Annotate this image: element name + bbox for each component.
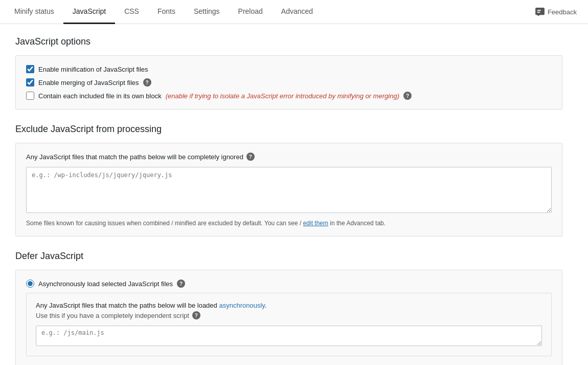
svg-rect-0 [537, 10, 541, 11]
contain-each-hint: (enable if trying to isolate a JavaScrip… [166, 92, 399, 100]
enable-minification-checkbox[interactable] [26, 65, 34, 73]
page-wrapper: Minify status JavaScript CSS Fonts Setti… [0, 0, 588, 365]
defer-radio-row: Asynchronously load selected JavaScript … [26, 280, 552, 288]
tab-preload[interactable]: Preload [229, 0, 272, 24]
exclude-title: Exclude JavaScript from processing [15, 124, 562, 135]
exclude-description: Any JavaScript files that match the path… [26, 153, 552, 161]
exclude-box: Any JavaScript files that match the path… [15, 143, 562, 237]
tab-fonts[interactable]: Fonts [148, 0, 185, 24]
enable-merging-label: Enable merging of JavaScript files [38, 79, 139, 87]
js-options-box: Enable minification of JavaScript files … [15, 55, 562, 110]
exclude-note: Some files known for causing issues when… [26, 220, 552, 227]
exclude-note-link[interactable]: edit them [303, 220, 328, 227]
tab-nav: Minify status JavaScript CSS Fonts Setti… [0, 0, 588, 24]
defer-box: Asynchronously load selected JavaScript … [15, 270, 562, 365]
defer-note-help-icon[interactable]: ? [192, 311, 200, 319]
defer-sub-note: Use this if you have a completely indepe… [36, 311, 542, 319]
feedback-label: Feedback [548, 8, 577, 16]
tab-minify-status[interactable]: Minify status [5, 0, 63, 24]
defer-sub-box: Any JavaScript files that match the path… [26, 293, 552, 356]
exclude-description-text: Any JavaScript files that match the path… [26, 153, 243, 161]
defer-sub-note-text: Use this if you have a completely indepe… [36, 312, 189, 319]
exclude-textarea[interactable] [26, 167, 552, 213]
defer-textarea[interactable] [36, 326, 542, 346]
merging-help-icon[interactable]: ? [143, 78, 151, 87]
tab-css[interactable]: CSS [115, 0, 148, 24]
feedback-icon [535, 8, 545, 16]
defer-async-link: asynchronously [219, 302, 264, 309]
checkbox-row-contain: Contain each included file in its own bl… [26, 92, 552, 100]
defer-title: Defer JavaScript [15, 251, 562, 262]
defer-sub-desc-text1: Any JavaScript files that match the path… [36, 302, 217, 309]
async-load-radio[interactable] [26, 280, 34, 288]
feedback-button[interactable]: Feedback [529, 3, 583, 21]
contain-help-icon[interactable]: ? [403, 92, 412, 100]
enable-minification-label: Enable minification of JavaScript files [38, 66, 148, 73]
enable-merging-checkbox[interactable] [26, 78, 34, 87]
defer-sub-description: Any JavaScript files that match the path… [36, 302, 542, 309]
async-load-label: Asynchronously load selected JavaScript … [38, 280, 173, 288]
checkbox-row-minification: Enable minification of JavaScript files [26, 65, 552, 73]
svg-rect-1 [537, 12, 540, 13]
nav-spacer [322, 0, 529, 24]
contain-each-label: Contain each included file in its own bl… [38, 92, 162, 100]
contain-each-checkbox[interactable] [26, 92, 34, 100]
content-area: JavaScript options Enable minification o… [0, 24, 578, 365]
tab-javascript[interactable]: JavaScript [63, 0, 115, 24]
tab-settings[interactable]: Settings [185, 0, 229, 24]
checkbox-row-merging: Enable merging of JavaScript files ? [26, 78, 552, 87]
js-options-title: JavaScript options [15, 36, 562, 47]
defer-sub-desc-end: . [265, 302, 267, 309]
exclude-note-before: Some files known for causing issues when… [26, 220, 301, 227]
exclude-help-icon[interactable]: ? [246, 153, 255, 161]
async-help-icon[interactable]: ? [177, 280, 185, 288]
tab-advanced[interactable]: Advanced [272, 0, 322, 24]
exclude-note-after: in the Advanced tab. [330, 220, 386, 227]
